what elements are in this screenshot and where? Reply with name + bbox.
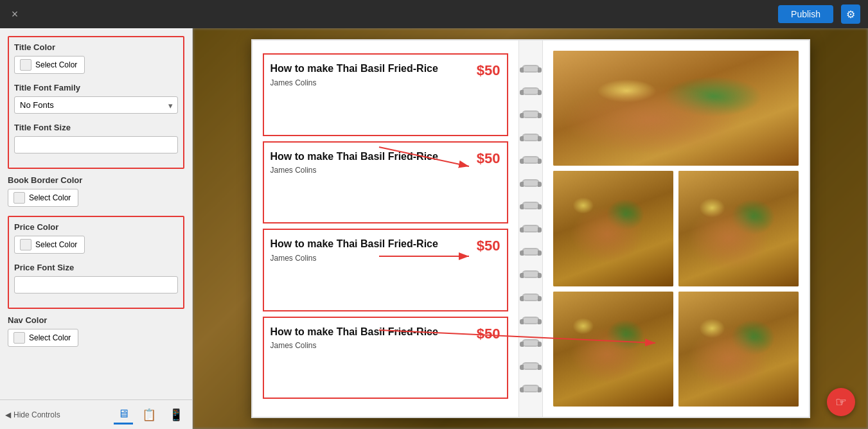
food-image <box>553 171 673 286</box>
main-content: Title Color Select Color Title Font Fami… <box>0 28 868 429</box>
spiral-ring <box>522 293 540 301</box>
price-color-label: Price Color <box>14 222 178 232</box>
spiral-ring <box>522 179 540 187</box>
title-color-section: Title Color Select Color <box>14 42 178 74</box>
food-photo-small-4 <box>678 292 799 407</box>
price-settings-section: Price Color Select Color Price Font Size <box>8 216 184 309</box>
title-color-label: Title Color <box>14 42 178 52</box>
title-font-size-section: Title Font Size <box>14 123 178 153</box>
menu-item: How to make Thai Basil Fried-Rice James … <box>263 53 508 136</box>
spiral-ring <box>522 270 540 278</box>
menu-item-content: How to make Thai Basil Fried-Rice James … <box>270 238 465 263</box>
spiral-ring <box>522 225 540 232</box>
photo-row-1 <box>553 51 799 166</box>
menu-item-title: How to make Thai Basil Fried-Rice <box>270 238 465 251</box>
sidebar-footer: ◀ Hide Controls 🖥 📋 📱 <box>0 399 192 429</box>
book-border-color-button[interactable]: Select Color <box>8 189 78 207</box>
tablet-icon: 📋 <box>142 408 156 421</box>
menu-item-title: How to make Thai Basil Fried-Rice <box>270 150 465 164</box>
price-color-swatch <box>20 239 31 250</box>
spiral-ring <box>522 317 540 324</box>
spiral-ring <box>522 385 540 392</box>
book-border-color-btn-label: Select Color <box>29 193 71 202</box>
settings-button[interactable]: ⚙ <box>841 4 860 24</box>
close-button[interactable]: × <box>8 7 22 21</box>
spiral-ring <box>522 156 540 164</box>
spiral-ring <box>522 202 540 209</box>
food-photo-small-3 <box>553 292 673 407</box>
menu-item-price: $50 <box>465 238 500 254</box>
food-image <box>553 51 799 166</box>
fab-icon: ☞ <box>835 394 847 410</box>
menu-item-content: How to make Thai Basil Fried-Rice James … <box>270 150 465 175</box>
title-font-size-label: Title Font Size <box>14 123 178 132</box>
menu-item-author: James Colins <box>270 166 465 175</box>
food-image <box>678 292 799 407</box>
menu-item-price: $50 <box>465 62 500 79</box>
publish-button[interactable]: Publish <box>778 5 833 23</box>
topbar: × Publish ⚙ <box>0 0 868 28</box>
mobile-icon: 📱 <box>169 408 183 421</box>
spiral-ring <box>522 110 540 118</box>
title-font-family-select[interactable]: No Fonts <box>14 96 178 114</box>
nav-color-button[interactable]: Select Color <box>8 329 78 347</box>
title-font-family-section: Title Font Family No Fonts <box>14 83 178 114</box>
menu-item-author: James Colins <box>270 254 465 263</box>
spiral-binding <box>518 40 543 417</box>
hide-controls-label: Hide Controls <box>13 410 60 419</box>
left-page: How to make Thai Basil Fried-Rice James … <box>252 40 518 417</box>
book-border-color-label: Book Border Color <box>8 175 184 185</box>
menu-item-content: How to make Thai Basil Fried-Rice James … <box>270 326 465 351</box>
book-border-color-swatch <box>13 192 25 204</box>
food-image <box>553 292 673 407</box>
nav-color-btn-label: Select Color <box>29 333 71 342</box>
price-font-size-section: Price Font Size <box>14 263 178 293</box>
nav-color-label: Nav Color <box>8 315 184 325</box>
menu-item: How to make Thai Basil Fried-Rice James … <box>263 141 508 224</box>
book-container: How to make Thai Basil Fried-Rice James … <box>251 39 810 418</box>
menu-item-price: $50 <box>465 150 500 167</box>
mobile-view-button[interactable]: 📱 <box>165 406 187 424</box>
spiral-ring <box>522 362 540 370</box>
sidebar: Title Color Select Color Title Font Fami… <box>0 28 193 429</box>
menu-item-content: How to make Thai Basil Fried-Rice James … <box>270 62 465 87</box>
menu-item-title: How to make Thai Basil Fried-Rice <box>270 326 465 339</box>
menu-item-author: James Colins <box>270 78 465 87</box>
title-font-size-input[interactable] <box>14 136 178 153</box>
food-photo-large <box>553 51 799 166</box>
title-color-swatch <box>20 59 31 71</box>
spiral-ring <box>522 339 540 347</box>
desktop-icon: 🖥 <box>118 407 129 420</box>
price-color-button[interactable]: Select Color <box>14 236 85 254</box>
title-color-button[interactable]: Select Color <box>14 56 85 74</box>
close-icon: × <box>12 8 19 21</box>
sidebar-content: Title Color Select Color Title Font Fami… <box>0 28 192 399</box>
food-photo-small-2 <box>678 171 799 286</box>
title-font-family-label: Title Font Family <box>14 83 178 92</box>
photo-row-2 <box>553 171 799 286</box>
title-settings-section: Title Color Select Color Title Font Fami… <box>8 36 184 169</box>
nav-color-swatch <box>13 332 25 344</box>
tablet-view-button[interactable]: 📋 <box>138 406 160 424</box>
price-font-size-input[interactable] <box>14 276 178 293</box>
right-page <box>543 40 809 417</box>
book-border-color-section: Book Border Color Select Color <box>8 175 184 207</box>
desktop-view-button[interactable]: 🖥 <box>114 405 133 425</box>
spiral-ring <box>522 87 540 95</box>
price-font-size-label: Price Font Size <box>14 263 178 272</box>
settings-icon: ⚙ <box>846 8 855 21</box>
food-image <box>678 171 799 286</box>
hide-controls-button[interactable]: ◀ Hide Controls <box>5 410 60 419</box>
font-select-wrapper: No Fonts <box>14 96 178 114</box>
menu-item-title: How to make Thai Basil Fried-Rice <box>270 62 465 76</box>
menu-item: How to make Thai Basil Fried-Rice James … <box>263 229 508 311</box>
spiral-ring <box>522 134 540 141</box>
fab-button[interactable]: ☞ <box>827 388 855 416</box>
nav-color-section: Nav Color Select Color <box>8 315 184 347</box>
title-color-btn-label: Select Color <box>35 60 77 69</box>
menu-item-price: $50 <box>465 326 500 342</box>
photo-row-3 <box>553 292 799 407</box>
price-color-btn-label: Select Color <box>35 240 77 249</box>
menu-item-author: James Colins <box>270 341 465 350</box>
price-color-section: Price Color Select Color <box>14 222 178 254</box>
